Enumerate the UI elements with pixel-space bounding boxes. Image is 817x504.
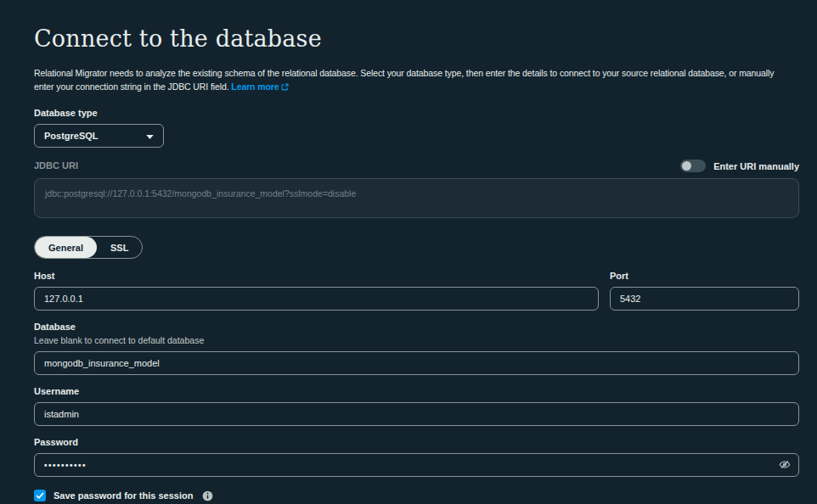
database-helper-text: Leave blank to connect to default databa… (34, 334, 799, 346)
enter-uri-manually-toggle[interactable] (680, 160, 706, 172)
host-label: Host (34, 271, 599, 282)
password-group: Password (34, 437, 799, 477)
description-line-1: Relational Migrator needs to analyze the… (34, 66, 799, 80)
external-link-icon (281, 82, 289, 92)
username-label: Username (34, 386, 799, 397)
jdbc-uri-label: JDBC URI (34, 160, 78, 171)
learn-more-label: Learn more (231, 81, 279, 92)
description-line-2-text: enter your connection string in the JDBC… (34, 81, 229, 92)
toggle-password-visibility-button[interactable] (779, 459, 791, 471)
database-type-select[interactable]: PostgreSQL (34, 124, 164, 148)
host-group: Host (34, 271, 599, 311)
jdbc-uri-input: jdbc:postgresql://127.0.0.1:5432/mongodb… (34, 178, 799, 218)
port-group: Port (610, 271, 799, 311)
tab-general[interactable]: General (35, 237, 97, 258)
database-group: Database Leave blank to connect to defau… (34, 322, 799, 375)
host-input[interactable] (34, 287, 599, 311)
database-label: Database (34, 322, 799, 333)
password-label: Password (34, 437, 799, 448)
database-type-selected-value: PostgreSQL (44, 131, 99, 141)
database-type-group: Database type PostgreSQL (34, 108, 799, 148)
port-input[interactable] (610, 287, 799, 311)
save-password-row: Save password for this session (34, 490, 799, 501)
connection-settings-tabs: General SSL (34, 236, 143, 259)
port-label: Port (610, 271, 799, 282)
save-password-checkbox[interactable] (34, 490, 46, 501)
password-input[interactable] (34, 453, 799, 477)
connect-database-page: Connect to the database Relational Migra… (0, 0, 817, 504)
page-description: Relational Migrator needs to analyze the… (34, 66, 799, 94)
page-title: Connect to the database (34, 26, 799, 52)
save-password-label: Save password for this session (54, 490, 193, 501)
enter-uri-manually-label: Enter URI manually (713, 161, 799, 171)
toggle-knob (682, 161, 691, 171)
database-input[interactable] (34, 351, 799, 375)
host-port-row: Host Port (34, 271, 799, 311)
username-input[interactable] (34, 402, 799, 426)
database-type-label: Database type (34, 108, 799, 119)
learn-more-link[interactable]: Learn more (231, 81, 288, 92)
eye-off-icon (779, 461, 791, 473)
enter-uri-manually-toggle-group: Enter URI manually (680, 160, 799, 172)
chevron-down-icon (146, 131, 154, 141)
description-line-2: enter your connection string in the JDBC… (34, 80, 799, 94)
tab-ssl[interactable]: SSL (97, 237, 142, 258)
info-icon[interactable] (202, 490, 213, 501)
username-group: Username (34, 386, 799, 426)
jdbc-uri-group: JDBC URI Enter URI manually jdbc:postgre… (34, 160, 799, 221)
